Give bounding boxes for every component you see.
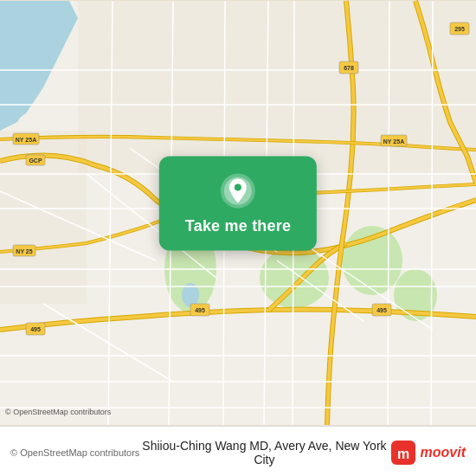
svg-text:NY 25: NY 25 [16, 248, 32, 254]
moovit-icon: m [389, 439, 417, 466]
svg-text:NY 25A: NY 25A [383, 138, 404, 145]
svg-text:495: 495 [376, 307, 387, 313]
svg-text:495: 495 [30, 326, 41, 332]
svg-text:678: 678 [344, 65, 354, 71]
take-me-there-button[interactable]: Take me there [185, 217, 291, 235]
location-card: Take me there [159, 157, 317, 251]
map-attribution: © OpenStreetMap contributors [10, 447, 139, 458]
svg-text:495: 495 [195, 307, 205, 313]
svg-text:© OpenStreetMap contributors: © OpenStreetMap contributors [5, 408, 112, 416]
svg-text:m: m [396, 447, 408, 461]
map-container: 495 495 495 678 295 NY 25A NY 25A NY 25 … [0, 0, 476, 426]
svg-text:295: 295 [454, 26, 465, 32]
location-pin-icon [219, 172, 257, 210]
svg-text:GCP: GCP [29, 158, 42, 164]
bottom-bar: © OpenStreetMap contributors Shiiou-Chin… [0, 426, 476, 476]
app: 495 495 495 678 295 NY 25A NY 25A NY 25 … [0, 0, 476, 476]
location-label: Shiiou-Ching Wang MD, Avery Ave, New Yor… [139, 439, 389, 466]
svg-point-4 [260, 248, 329, 308]
svg-point-53 [235, 184, 241, 191]
svg-text:NY 25A: NY 25A [16, 137, 36, 143]
moovit-text: moovit [421, 445, 466, 460]
moovit-logo: m moovit [389, 439, 466, 466]
